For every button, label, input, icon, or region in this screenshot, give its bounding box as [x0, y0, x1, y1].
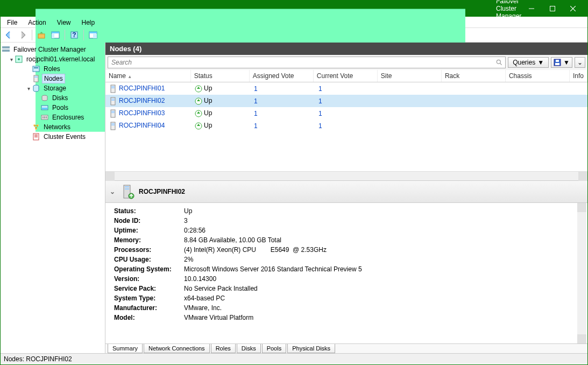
svg-rect-10 — [89, 32, 97, 33]
tree-item-networks[interactable]: Networks — [2, 122, 104, 132]
expander-icon[interactable]: ▾ — [25, 86, 32, 92]
tab-disks[interactable]: Disks — [237, 344, 261, 353]
search-input[interactable] — [108, 57, 506, 68]
detail-key: System Type: — [114, 294, 184, 302]
details-body: Status:UpNode ID:3Uptime:0:28:56Memory:8… — [105, 203, 587, 343]
detail-key: Node ID: — [114, 217, 184, 224]
detail-key: Uptime: — [114, 227, 184, 234]
tree-root[interactable]: Failover Cluster Manager — [2, 45, 104, 54]
svg-rect-26 — [44, 116, 45, 118]
show-hide-button[interactable] — [49, 29, 61, 41]
detail-value: 0:28:56 — [184, 227, 206, 234]
menu-action[interactable]: Action — [24, 18, 50, 26]
details-header[interactable]: ⌄ ROCJPINFHI02 — [105, 181, 587, 203]
svg-rect-55 — [125, 186, 129, 187]
close-button[interactable] — [563, 1, 583, 17]
grid-body[interactable]: ROCJPINFHI01Up11ROCJPINFHI02Up11ROCJPINF… — [105, 82, 587, 171]
table-row[interactable]: ROCJPINFHI04Up11 — [105, 120, 587, 132]
tab-summary[interactable]: Summary — [108, 344, 143, 353]
status-up-icon — [195, 97, 202, 105]
menu-file[interactable]: File — [3, 18, 22, 26]
tab-roles[interactable]: Roles — [211, 344, 236, 353]
detail-row: Version:10.0.14300 — [114, 275, 579, 283]
refresh-button[interactable] — [87, 29, 99, 41]
col-status[interactable]: Status — [191, 70, 250, 82]
chevron-down-icon: ▼ — [563, 59, 570, 66]
detail-row: Memory:8.84 GB Available, 10.00 GB Total — [114, 236, 579, 244]
col-current-vote[interactable]: Current Vote — [314, 70, 378, 82]
cluster-icon — [15, 55, 23, 64]
expand-button[interactable]: ⌄ — [575, 57, 585, 68]
expander-icon[interactable]: ▾ — [8, 57, 15, 62]
tab-network-connections[interactable]: Network Connections — [144, 344, 210, 353]
col-info[interactable]: Info — [570, 70, 587, 82]
maximize-button[interactable] — [542, 1, 563, 17]
detail-value: VMware, Inc. — [184, 304, 222, 312]
col-assigned-vote[interactable]: Assigned Vote — [250, 70, 314, 82]
tree-item-nodes[interactable]: Nodes — [2, 74, 104, 83]
forward-button[interactable] — [17, 29, 29, 41]
col-chassis[interactable]: Chassis — [506, 70, 570, 82]
node-link[interactable]: ROCJPINFHI01 — [119, 85, 165, 92]
node-icon — [109, 97, 117, 106]
tree-item-roles[interactable]: Roles — [2, 64, 104, 74]
vertical-scrollbar[interactable] — [577, 203, 586, 343]
grid-header: Name ▲ Status Assigned Vote Current Vote… — [105, 70, 587, 82]
nav-tree[interactable]: Failover Cluster Manager ▾ rocjpclhi01.v… — [1, 43, 105, 353]
svg-rect-52 — [111, 124, 115, 125]
node-link[interactable]: ROCJPINFHI03 — [119, 109, 165, 117]
detail-key: CPU Usage: — [114, 256, 184, 263]
minimize-button[interactable] — [521, 1, 542, 17]
details-title: ROCJPINFHI02 — [139, 188, 185, 195]
svg-rect-44 — [111, 100, 115, 101]
col-site[interactable]: Site — [378, 70, 442, 82]
node-link[interactable]: ROCJPINFHI04 — [119, 122, 165, 129]
col-rack[interactable]: Rack — [442, 70, 506, 82]
chevron-down-icon: ⌄ — [577, 59, 583, 66]
menu-help[interactable]: Help — [77, 18, 100, 26]
detail-row: Status:Up — [114, 207, 579, 215]
table-row[interactable]: ROCJPINFHI03Up11 — [105, 107, 587, 120]
node-icon — [109, 85, 117, 93]
detail-key: Processors: — [114, 246, 184, 254]
detail-row: Service Pack:No Service Pack Installed — [114, 285, 579, 292]
table-row[interactable]: ROCJPINFHI02Up11 — [105, 95, 587, 107]
status-up-icon — [195, 110, 202, 117]
node-link[interactable]: ROCJPINFHI02 — [119, 97, 165, 104]
tree-cluster[interactable]: ▾ rocjpclhi01.vkernel.local — [2, 54, 104, 64]
svg-rect-23 — [42, 108, 47, 109]
svg-rect-17 — [34, 67, 38, 68]
menu-view[interactable]: View — [53, 18, 75, 26]
queries-button[interactable]: Queries ▼ — [508, 57, 549, 68]
tree-item-storage[interactable]: ▾Storage — [2, 83, 104, 93]
svg-rect-40 — [111, 87, 115, 88]
detail-row: Processors:(4) Intel(R) Xeon(R) CPU E564… — [114, 246, 579, 254]
detail-row: Uptime:0:28:56 — [114, 227, 579, 234]
up-button[interactable] — [36, 29, 47, 41]
status-up-icon — [195, 122, 202, 130]
svg-rect-5 — [52, 32, 59, 33]
svg-rect-19 — [34, 76, 38, 78]
help-button[interactable]: ? — [68, 29, 80, 41]
tab-physical-disks[interactable]: Physical Disks — [287, 344, 335, 353]
detail-key: Service Pack: — [114, 285, 184, 292]
svg-rect-12 — [2, 46, 10, 48]
back-button[interactable] — [3, 29, 15, 41]
horizontal-scrollbar[interactable] — [105, 171, 587, 180]
storage-icon — [32, 84, 40, 93]
svg-rect-33 — [34, 136, 38, 136]
tree-item-enclosures[interactable]: Enclosures — [2, 113, 104, 122]
tree-item-cluster-events[interactable]: Cluster Events — [2, 132, 104, 142]
ev-icon — [32, 132, 40, 141]
chevron-down-icon[interactable]: ⌄ — [110, 188, 115, 195]
save-button[interactable]: ▼ — [551, 57, 572, 68]
svg-point-15 — [18, 58, 20, 60]
tree-item-pools[interactable]: Pools — [2, 103, 104, 113]
tab-pools[interactable]: Pools — [262, 344, 287, 353]
search-row: Queries ▼ ▼ ⌄ — [105, 55, 587, 70]
col-name[interactable]: Name ▲ — [105, 70, 191, 82]
tree-item-disks[interactable]: Disks — [2, 93, 104, 103]
svg-rect-51 — [111, 123, 115, 124]
detail-row: Model:VMware Virtual Platform — [114, 314, 579, 321]
table-row[interactable]: ROCJPINFHI01Up11 — [105, 82, 587, 95]
